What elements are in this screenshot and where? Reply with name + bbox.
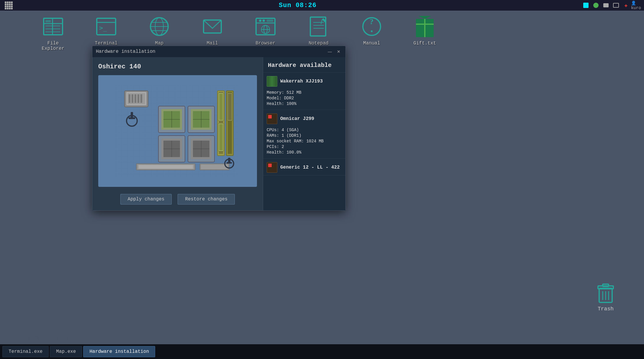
trash-label: Trash — [598, 306, 614, 312]
svg-line-28 — [321, 19, 322, 24]
tray-clipboard-icon[interactable] — [603, 2, 609, 9]
svg-rect-83 — [201, 164, 228, 169]
hw-item-omnicar-header: Omnicar J299 — [263, 110, 345, 126]
desktop-icon-map[interactable]: Map — [142, 15, 177, 46]
file-explorer-icon — [41, 15, 65, 38]
tray-user-icon[interactable]: 👤 kuro — [633, 2, 639, 9]
hw-item-generic12-header: Generic 12 - LL - 422 — [263, 159, 345, 175]
right-panel: Hardware available Wakerrah XJJ193 Memor… — [263, 57, 345, 210]
motherboard-area — [98, 75, 257, 187]
window-titlebar: Hardware installation — ✕ — [92, 46, 345, 57]
window-body: Oshirec 140 — [92, 57, 345, 210]
desktop-icon-terminal[interactable]: >_ Terminal — [89, 15, 124, 46]
desktop-icon-notepad[interactable]: Notepad — [301, 15, 336, 46]
apps-grid-icon[interactable] — [5, 1, 13, 9]
generic12-name: Generic 12 - LL - 422 — [280, 165, 340, 170]
svg-rect-4 — [45, 25, 60, 27]
omnicar-health: Health: 100.0% — [267, 150, 342, 155]
board-name: Oshirec 140 — [98, 63, 257, 70]
wakerrah-memory: Memory: 512 MB — [267, 90, 342, 95]
manual-icon: ? — [360, 15, 384, 38]
top-bar-right: ✚ 👤 kuro — [583, 2, 639, 9]
version-text: GREY HACK V0.6.1548 - ALPHA — [5, 336, 81, 341]
trash-icon[interactable]: Trash — [597, 283, 614, 312]
tray-green-icon[interactable] — [593, 2, 599, 9]
map-label: Map — [155, 41, 164, 46]
hw-item-wakerrah[interactable]: Wakerrah XJJ193 Memory: 512 MB Model: DD… — [263, 73, 345, 110]
tray-plus-icon[interactable]: ✚ — [623, 2, 629, 9]
browser-label: Browser — [255, 41, 275, 46]
omnicar-rams: RAMs: 1 (DDR1) — [267, 133, 342, 138]
svg-text:?: ? — [370, 17, 373, 26]
wakerrah-thumbnail — [267, 76, 277, 87]
close-button[interactable]: ✕ — [335, 48, 342, 55]
omnicar-name: Omnicar J299 — [280, 116, 314, 121]
tray-chat-icon[interactable] — [613, 2, 619, 9]
hw-item-omnicar[interactable]: Omnicar J299 CPUs: 4 (SGA) RAMs: 1 (DDR1… — [263, 110, 345, 159]
minimize-button[interactable]: — — [327, 48, 333, 55]
gift-label: Gift.txt — [414, 41, 436, 46]
svg-rect-78 — [228, 94, 232, 120]
svg-rect-48 — [129, 117, 135, 119]
svg-point-19 — [263, 19, 265, 22]
file-explorer-label: File Explorer — [35, 41, 71, 51]
svg-point-31 — [371, 30, 373, 32]
svg-rect-41 — [129, 94, 130, 103]
wakerrah-name: Wakerrah XJJ193 — [280, 79, 323, 84]
svg-rect-72 — [219, 94, 223, 120]
svg-marker-33 — [418, 16, 431, 19]
top-bar: Sun 08:26 ✚ 👤 kuro — [0, 0, 644, 11]
svg-rect-42 — [132, 94, 133, 103]
terminal-label: Terminal — [95, 41, 118, 46]
desktop-icon-manual[interactable]: ? Manual — [354, 15, 389, 46]
motherboard-svg — [116, 85, 240, 177]
svg-rect-44 — [137, 94, 139, 103]
omnicar-max-socket-ram: Max socket RAM: 1024 MB — [267, 139, 342, 144]
mail-label: Mail — [207, 41, 218, 46]
svg-rect-6 — [45, 31, 60, 32]
hw-item-generic12[interactable]: Generic 12 - LL - 422 — [263, 159, 345, 175]
desktop-icon-browser[interactable]: Browser — [248, 15, 283, 46]
svg-rect-5 — [45, 28, 60, 29]
map-icon — [148, 15, 171, 38]
notepad-icon — [307, 15, 330, 38]
svg-point-18 — [259, 19, 261, 22]
apply-changes-button[interactable]: Apply changes — [120, 194, 172, 205]
terminal-icon: >_ — [94, 15, 118, 38]
browser-icon — [254, 15, 277, 38]
svg-rect-81 — [139, 165, 193, 169]
hw-panel-title: Hardware available — [263, 57, 345, 73]
trash-svg — [597, 283, 614, 304]
tray-blue-icon[interactable] — [583, 2, 589, 9]
window-controls: — ✕ — [327, 48, 342, 55]
clock: Sun 08:26 — [279, 2, 317, 9]
desktop-icon-file-explorer[interactable]: File Explorer — [35, 15, 71, 51]
bottom-bar: Terminal.exe Map.exe Hardware installati… — [0, 344, 644, 359]
generic12-thumbnail — [267, 162, 277, 173]
taskbar-map[interactable]: Map.exe — [50, 346, 82, 357]
omnicar-thumbnail — [267, 113, 277, 124]
restore-changes-button[interactable]: Restore changes — [178, 194, 235, 205]
svg-rect-3 — [45, 20, 51, 22]
gift-icon — [413, 15, 437, 38]
wakerrah-health: Health: 100% — [267, 101, 342, 106]
desktop-icon-mail[interactable]: Mail — [195, 15, 230, 46]
board-actions: Apply changes Restore changes — [98, 194, 257, 205]
mail-icon — [201, 15, 224, 38]
top-bar-left — [5, 1, 13, 9]
left-panel: Oshirec 140 — [92, 57, 263, 210]
hw-item-wakerrah-header: Wakerrah XJJ193 — [263, 73, 345, 89]
hardware-installation-window: Hardware installation — ✕ Oshirec 140 — [92, 46, 346, 211]
manual-label: Manual — [363, 41, 380, 46]
svg-rect-74 — [219, 124, 223, 150]
taskbar-hardware-installation[interactable]: Hardware installation — [83, 346, 155, 357]
svg-text:>_: >_ — [99, 24, 107, 32]
window-title: Hardware installation — [96, 49, 155, 54]
omnicar-pcis: PCIs: 2 — [267, 144, 342, 149]
svg-rect-43 — [135, 94, 136, 103]
desktop-icon-gift[interactable]: Gift.txt — [407, 15, 443, 46]
svg-rect-45 — [140, 94, 142, 103]
svg-rect-20 — [267, 19, 273, 22]
taskbar-terminal[interactable]: Terminal.exe — [2, 346, 49, 357]
omnicar-cpus: CPUs: 4 (SGA) — [267, 128, 342, 132]
